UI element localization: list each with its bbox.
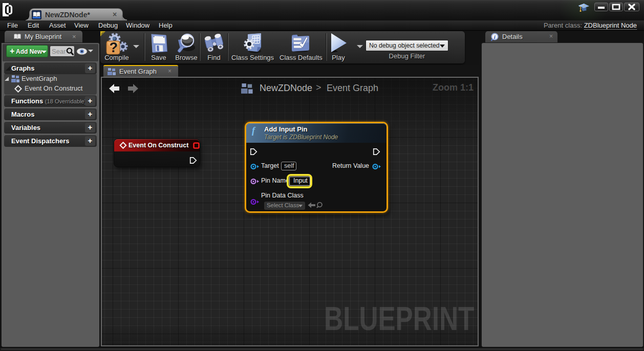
my-blueprint-tab-close-icon[interactable]: × — [72, 33, 76, 40]
pin-data-class-label: Pin Data Class — [261, 192, 304, 199]
class-defaults-button[interactable]: Class Defaults — [280, 31, 321, 63]
main-area: ? Compile Save — [0, 31, 644, 351]
event-graph-tab-icon — [108, 68, 116, 75]
details-tab[interactable]: i Details × — [485, 31, 557, 43]
my-blueprint-book-icon — [13, 33, 22, 41]
nav-back-icon[interactable] — [109, 83, 120, 94]
menu-debug[interactable]: Debug — [98, 21, 118, 29]
play-options-arrow[interactable] — [357, 45, 363, 48]
section-variables[interactable]: Variables + — [4, 122, 97, 134]
event-graph-tab[interactable]: Event Graph × — [103, 65, 178, 77]
toolbar-separator — [326, 33, 327, 61]
pin-return-value[interactable] — [372, 163, 381, 170]
pin-name-label: Pin Name — [261, 177, 289, 184]
play-button[interactable]: Play — [328, 31, 349, 63]
parent-class-label: Parent class: — [544, 21, 582, 29]
add-new-button[interactable]: + Add New — [6, 45, 48, 57]
delegate-pin[interactable] — [193, 142, 200, 149]
tree-row-eventgraph[interactable]: EventGraph — [10, 75, 57, 82]
add-variable-button[interactable]: + — [85, 123, 95, 133]
menu-edit[interactable]: Edit — [28, 21, 39, 29]
close-button[interactable] — [624, 3, 639, 11]
my-blueprint-panel: + Add New — [2, 43, 99, 347]
pin-data-class[interactable] — [250, 199, 260, 205]
pin-target[interactable] — [250, 163, 260, 170]
parent-class: Parent class: ZDBlueprint Node — [544, 21, 637, 29]
node-event-on-construct[interactable]: Event On Construct — [114, 139, 200, 167]
blueprint-editor-window: NewZDNode* × File Edit Asset View Debug … — [0, 0, 644, 351]
section-graphs[interactable]: Graphs + — [4, 62, 97, 74]
save-icon — [150, 33, 168, 54]
reset-arrow-icon[interactable] — [308, 202, 315, 208]
find-button[interactable]: Find — [203, 31, 225, 63]
target-self-box[interactable]: self — [281, 162, 296, 170]
expand-arrow-icon[interactable] — [5, 77, 9, 81]
tree-row-event-on-construct[interactable]: Event On Construct — [13, 84, 82, 92]
menu-asset[interactable]: Asset — [49, 21, 66, 29]
search-icon — [66, 47, 74, 56]
exec-out-pin[interactable] — [189, 157, 197, 164]
compile-options-arrow[interactable] — [133, 45, 139, 48]
add-function-button[interactable]: + — [85, 96, 95, 106]
node-add-input-pin[interactable]: f Add Input Pin Target is ZDBlueprint No… — [245, 122, 388, 213]
pin-return-label: Return Value — [332, 162, 369, 169]
asset-document-tab[interactable]: NewZDNode* × — [29, 8, 123, 21]
asset-tab-close-icon[interactable]: × — [113, 10, 117, 18]
parent-class-link[interactable]: ZDBlueprint Node — [584, 21, 637, 30]
select-class-dropdown[interactable]: Select Class — [264, 202, 305, 210]
pin-name[interactable] — [250, 178, 260, 185]
pin-name-input[interactable]: Input — [289, 177, 310, 186]
add-graph-button[interactable]: + — [85, 63, 95, 73]
details-tab-close-icon[interactable]: × — [549, 33, 553, 40]
breadcrumb-separator: > — [316, 82, 321, 93]
minimize-button[interactable] — [594, 3, 608, 11]
add-event-dispatcher-button[interactable]: + — [85, 136, 95, 146]
event-graph-tab-title: Event Graph — [119, 68, 157, 75]
menu-file[interactable]: File — [7, 21, 18, 29]
asset-tab-title: NewZDNode* — [45, 11, 90, 19]
menu-help[interactable]: Help — [159, 21, 173, 29]
title-bar: NewZDNode* × — [0, 0, 644, 20]
breadcrumb-current[interactable]: Event Graph — [327, 83, 378, 94]
tutorial-cap-icon[interactable] — [577, 2, 590, 14]
menu-bar: File Edit Asset View Debug Window Help P… — [0, 20, 644, 31]
event-diamond-icon — [119, 142, 127, 149]
compile-button[interactable]: ? Compile — [103, 31, 130, 63]
graph-canvas[interactable]: BLUEPRINT NewZDNode > Event Graph Zoom 1… — [101, 77, 479, 346]
menu-view[interactable]: View — [74, 21, 89, 29]
graph-tab-row: Event Graph × — [100, 65, 479, 77]
menu-window[interactable]: Window — [126, 21, 149, 29]
browse-button[interactable]: Browse — [173, 31, 200, 63]
section-event-dispatchers[interactable]: Event Dispatchers + — [4, 135, 97, 147]
graphs-section-body: EventGraph Event On Construct — [4, 74, 97, 95]
search-input[interactable] — [52, 47, 66, 56]
event-graph-tab-close-icon[interactable]: × — [168, 68, 171, 75]
details-tab-title: Details — [502, 33, 523, 40]
my-blueprint-tab-title: My Blueprint — [25, 33, 61, 40]
restore-button[interactable] — [609, 3, 623, 11]
expand-arrow-icon[interactable] — [6, 66, 11, 71]
add-new-dropdown-arrow — [41, 51, 47, 53]
main-toolbar: ? Compile Save — [100, 31, 465, 63]
plus-icon: + — [10, 47, 14, 56]
my-blueprint-tab[interactable]: My Blueprint × — [5, 31, 82, 43]
add-macro-button[interactable]: + — [85, 109, 95, 119]
nav-forward-icon[interactable] — [127, 83, 139, 94]
class-settings-button[interactable]: Class Settings — [231, 31, 273, 63]
section-functions[interactable]: Functions (18 Overridable) + — [4, 95, 97, 107]
search-box[interactable] — [50, 46, 75, 57]
exec-in-pin[interactable] — [250, 148, 257, 156]
visibility-eye-icon[interactable] — [76, 48, 88, 55]
svg-text:?: ? — [110, 40, 118, 55]
debug-object-dropdown[interactable]: No debug object selected — [366, 40, 448, 51]
class-settings-icon — [244, 33, 262, 53]
breadcrumb-root[interactable]: NewZDNode — [260, 83, 312, 94]
section-functions-hint: (18 Overridable) — [45, 98, 87, 104]
breadcrumb-graph-icon — [241, 83, 253, 94]
browse-class-icon[interactable] — [316, 202, 323, 209]
save-button[interactable]: Save — [148, 31, 169, 63]
app-logo-icon — [3, 3, 17, 17]
exec-out-pin[interactable] — [373, 148, 380, 156]
visibility-dropdown-arrow[interactable] — [88, 50, 93, 52]
section-macros[interactable]: Macros + — [4, 108, 97, 120]
